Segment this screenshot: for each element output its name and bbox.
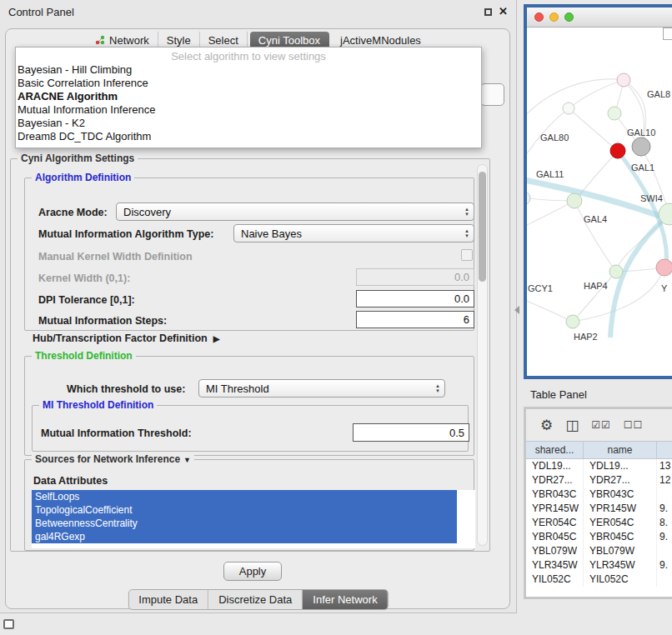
network-node[interactable] [563, 102, 574, 114]
column-header-name[interactable]: name [584, 442, 657, 458]
network-node[interactable] [608, 107, 621, 120]
dropdown-item-dream8-dc-tdc-algorithm[interactable]: Dream8 DC_TDC Algorithm [16, 130, 481, 143]
table-header: shared...name [526, 441, 672, 459]
table-cell: YER054C [526, 516, 584, 530]
manual-kernel-checkbox[interactable] [461, 249, 473, 261]
kernel-width-input[interactable] [356, 268, 474, 286]
mi-algorithm-type-combobox[interactable]: Naive Bayes ▲▼ [233, 224, 474, 242]
column-header-shared[interactable]: shared... [526, 442, 584, 458]
table-cell: YPR145W [584, 502, 657, 516]
sources-group: Sources for Network Inference▼ Data Attr… [24, 459, 474, 551]
network-node[interactable] [617, 73, 630, 87]
dropdown-item-bayesian-k2[interactable]: Bayesian - K2 [16, 117, 481, 130]
collapse-down-icon: ▼ [183, 456, 191, 464]
dropdown-item-aracne-algorithm[interactable]: ARACNE Algorithm [16, 90, 481, 103]
table-row[interactable]: YDL19...YDL19...13 [526, 459, 672, 473]
tab-discretize-data[interactable]: Discretize Data [208, 590, 303, 609]
node-label: GAL8 [647, 89, 670, 99]
hub-transcription-factor-section[interactable]: Hub/Transcription Factor Definition ▶ [33, 332, 219, 344]
close-window-icon[interactable] [534, 12, 544, 22]
table-row[interactable]: YIL052CYIL052C [526, 572, 672, 587]
bottom-tabs: Impute DataDiscretize DataInfer Network [128, 589, 388, 610]
tab-label: Network [109, 34, 149, 47]
network-canvas[interactable]: GAL8GAL80GAL10GAL1GAL11SWI4GAL4GCY1HAP4Y… [527, 28, 672, 376]
table-cell: 9. [657, 530, 672, 544]
table-cell: YDR27... [584, 473, 657, 488]
zoom-window-icon[interactable] [564, 12, 574, 22]
columns-icon[interactable]: ◫ [565, 418, 579, 432]
chevron-updown-icon: ▲▼ [435, 383, 440, 393]
node-label: Y [661, 283, 668, 293]
settings-scrollbar[interactable] [477, 164, 488, 546]
dpi-tolerance-input[interactable] [356, 290, 474, 308]
minimize-window-icon[interactable] [549, 12, 559, 22]
algorithm-combobox[interactable] [480, 83, 504, 106]
network-view-window: GAL8GAL80GAL10GAL1GAL11SWI4GAL4GCY1HAP4Y… [524, 4, 672, 379]
tab-infer-network[interactable]: Infer Network [303, 590, 387, 609]
node-label: GCY1 [528, 283, 553, 293]
network-node[interactable] [609, 265, 623, 278]
dropdown-item-bayesian-hill-climbing[interactable]: Bayesian - Hill Climbing [16, 63, 481, 77]
tab-impute-data[interactable]: Impute Data [128, 590, 208, 609]
dropdown-item-mutual-information-inference[interactable]: Mutual Information Inference [16, 103, 481, 117]
splitter-collapse-arrow[interactable] [514, 306, 519, 314]
table-row[interactable]: YBR045CYBR045C9. [526, 530, 672, 544]
attribute-item-topologicalcoefficient[interactable]: TopologicalCoefficient [32, 503, 457, 517]
attribute-item-selfloops[interactable]: SelfLoops [32, 490, 457, 503]
network-node[interactable] [656, 259, 672, 276]
table-cell: 13 [657, 459, 672, 473]
table-cell: YBR043C [584, 488, 657, 502]
node-label: HAP2 [574, 332, 598, 342]
table-row[interactable]: YBR043CYBR043C [526, 488, 672, 502]
close-panel-icon[interactable]: ✕ [499, 7, 508, 17]
network-node[interactable] [610, 143, 625, 158]
network-node[interactable] [566, 315, 579, 328]
kernel-width-label: Kernel Width (0,1): [38, 272, 130, 284]
float-window-icon[interactable] [484, 8, 492, 16]
sources-legend[interactable]: Sources for Network Inference▼ [32, 453, 194, 465]
table-cell: YBL079W [526, 544, 584, 558]
deselect-all-columns-icon[interactable]: ☐☐ [624, 418, 644, 432]
restore-panel-icon[interactable] [3, 619, 14, 629]
scrollbar-thumb[interactable] [479, 172, 486, 282]
table-row[interactable]: YBL079WYBL079W [526, 544, 672, 558]
table-row[interactable]: YDR27...YDR27...12 [526, 473, 672, 488]
table-cell: YIL052C [526, 572, 584, 587]
apply-button[interactable]: Apply [223, 562, 282, 581]
attribute-item-betweennesscentrality[interactable]: BetweennessCentrality [32, 517, 457, 530]
data-attributes-label: Data Attributes [33, 475, 108, 487]
expand-right-icon: ▶ [213, 334, 220, 343]
select-all-columns-icon[interactable]: ☑☑ [591, 418, 611, 432]
table-cell: 9. [657, 558, 672, 572]
mi-steps-input[interactable] [356, 311, 474, 328]
network-node[interactable] [567, 193, 582, 208]
table-row[interactable]: YLR345WYLR345W9. [526, 558, 672, 572]
table-cell: YBR045C [584, 530, 657, 544]
network-edge [527, 301, 573, 322]
data-attributes-list[interactable]: SelfLoopsTopologicalCoefficientBetweenne… [32, 490, 475, 548]
aracne-mode-value: Discovery [123, 206, 171, 218]
attribute-item-gal4rgexp[interactable]: gal4RGexp [32, 530, 457, 543]
node-label: SWI4 [640, 193, 663, 203]
cyni-algorithm-settings-group: Cyni Algorithm Settings Algorithm Defini… [10, 158, 490, 552]
aracne-mode-combobox[interactable]: Discovery ▲▼ [116, 202, 474, 221]
gear-icon[interactable]: ⚙ [540, 418, 553, 432]
table-cell: YBL079W [584, 544, 657, 558]
table-panel-window: ⚙ ◫ ☑☑ ☐☐ shared...name YDL19...YDL19...… [524, 407, 672, 599]
algorithm-definition-legend: Algorithm Definition [32, 172, 134, 183]
mi-threshold-legend: MI Threshold Definition [39, 399, 157, 411]
table-row[interactable]: YPR145WYPR145W9. [526, 502, 672, 516]
control-panel-window: Control Panel ✕ NetworkStyleSelectCyni T… [0, 0, 517, 613]
network-node[interactable] [527, 192, 530, 205]
table-row[interactable]: YER054CYER054C8. [526, 516, 672, 530]
algorithm-dropdown: Select algorithm to view settings Bayesi… [15, 47, 482, 148]
table-cell: YDL19... [584, 459, 657, 473]
column-header-extra[interactable] [657, 442, 672, 458]
mi-threshold-input[interactable] [353, 423, 469, 442]
table-cell: YLR345W [526, 558, 584, 572]
dropdown-item-basic-correlation-inference[interactable]: Basic Correlation Inference [16, 77, 481, 90]
hub-label: Hub/Transcription Factor Definition [33, 332, 208, 344]
threshold-type-value: MI Threshold [206, 382, 269, 395]
network-node[interactable] [632, 138, 650, 156]
threshold-type-combobox[interactable]: MI Threshold ▲▼ [198, 379, 445, 398]
